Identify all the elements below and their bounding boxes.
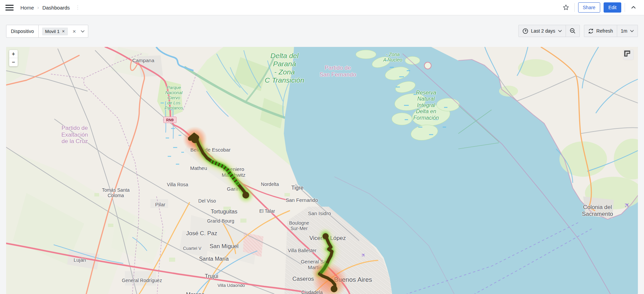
ruler-icon bbox=[623, 50, 631, 57]
top-navbar: Home › Dashboards ⋮ Share Edit bbox=[0, 0, 644, 15]
divider bbox=[625, 3, 625, 12]
time-range-button[interactable]: Last 2 days bbox=[519, 25, 566, 37]
chevron-down-icon bbox=[81, 30, 85, 33]
hamburger-menu-icon[interactable] bbox=[5, 5, 14, 11]
route-shield-badge: RN9 bbox=[163, 117, 177, 123]
filter-chip-label: Movil 1 bbox=[45, 29, 60, 34]
refresh-interval-label: 1m bbox=[621, 28, 627, 34]
variable-filter: Dispositivo Movil 1 × × bbox=[6, 25, 88, 38]
refresh-button[interactable]: Refresh bbox=[584, 25, 617, 37]
geomap-panel[interactable]: ✈ ✈ CampanaParque Nacional Ciervo de Los… bbox=[6, 47, 638, 294]
divider bbox=[574, 3, 575, 12]
breadcrumb-menu-icon[interactable]: ⋮ bbox=[75, 4, 80, 11]
chip-remove-icon[interactable]: × bbox=[62, 29, 65, 34]
filter-label: Dispositivo bbox=[6, 25, 39, 37]
refresh-interval-button[interactable]: 1m bbox=[617, 25, 638, 37]
time-zoom-out-button[interactable] bbox=[566, 25, 579, 37]
chevron-down-icon bbox=[558, 30, 562, 32]
map-zoom-out-button[interactable]: − bbox=[9, 58, 18, 66]
filter-clear-icon[interactable]: × bbox=[73, 29, 76, 34]
share-button[interactable]: Share bbox=[578, 2, 600, 13]
map-canvas: ✈ ✈ bbox=[6, 47, 638, 294]
refresh-group: Refresh 1m bbox=[584, 25, 638, 37]
star-icon[interactable] bbox=[561, 2, 571, 13]
time-picker-group: Last 2 days bbox=[518, 25, 580, 37]
dashboard-toolbar: Dispositivo Movil 1 × × Last 2 days bbox=[0, 15, 644, 47]
breadcrumb-separator: › bbox=[37, 5, 39, 10]
measure-tool-button[interactable] bbox=[623, 50, 633, 60]
map-zoom-control: + − bbox=[9, 50, 18, 66]
breadcrumb: Home › Dashboards ⋮ bbox=[20, 4, 80, 11]
map-zoom-in-button[interactable]: + bbox=[9, 50, 18, 58]
refresh-label: Refresh bbox=[596, 28, 613, 34]
chevron-down-icon bbox=[630, 30, 634, 32]
breadcrumb-current: Dashboards bbox=[42, 5, 70, 11]
collapse-chevron-up-icon[interactable] bbox=[628, 2, 639, 13]
breadcrumb-home[interactable]: Home bbox=[20, 5, 34, 11]
clock-icon bbox=[522, 28, 528, 34]
filter-chip[interactable]: Movil 1 × bbox=[42, 28, 68, 35]
time-range-label: Last 2 days bbox=[531, 28, 555, 34]
zoom-out-icon bbox=[570, 28, 576, 34]
refresh-icon bbox=[588, 28, 594, 34]
edit-button[interactable]: Edit bbox=[604, 2, 621, 13]
